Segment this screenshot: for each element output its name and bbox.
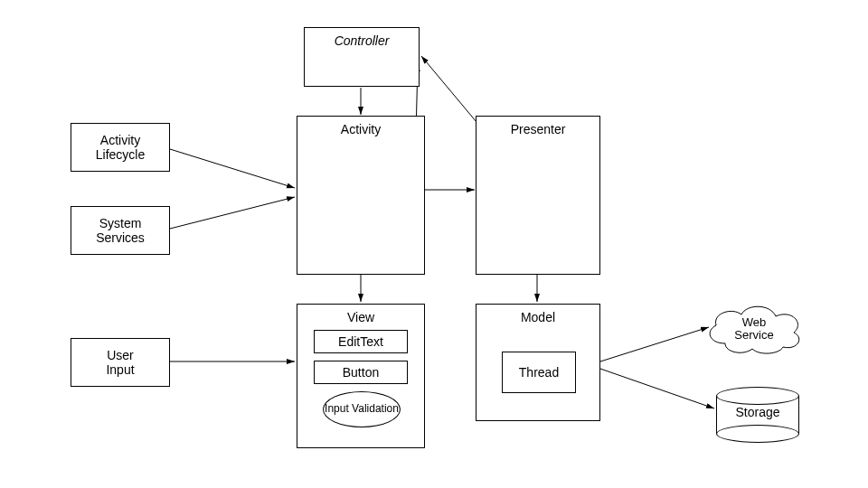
activity-label: Activity bbox=[297, 122, 424, 136]
edittext-label: EditText bbox=[338, 334, 383, 349]
input-validation-ellipse: Input Validation bbox=[323, 391, 401, 427]
edittext-box: EditText bbox=[314, 330, 408, 353]
view-box: View EditText Button Input Validation bbox=[297, 304, 425, 448]
activity-lifecycle-label: Activity Lifecycle bbox=[96, 133, 145, 162]
controller-box: Controller bbox=[304, 27, 420, 87]
storage-label: Storage bbox=[716, 405, 799, 419]
thread-box: Thread bbox=[502, 352, 576, 393]
view-label: View bbox=[297, 310, 424, 324]
svg-line-6 bbox=[170, 197, 295, 229]
model-label: Model bbox=[476, 310, 599, 324]
button-box: Button bbox=[314, 361, 408, 384]
svg-line-9 bbox=[600, 369, 714, 408]
system-services-label: System Services bbox=[96, 216, 145, 245]
svg-line-10 bbox=[421, 56, 481, 127]
system-services-box: System Services bbox=[71, 206, 170, 255]
activity-box: Activity bbox=[297, 116, 425, 275]
controller-label: Controller bbox=[305, 33, 419, 48]
svg-line-8 bbox=[600, 327, 709, 361]
model-box: Model Thread bbox=[476, 304, 600, 421]
thread-label: Thread bbox=[519, 365, 559, 380]
web-service-label: Web Service bbox=[700, 300, 808, 358]
presenter-box: Presenter bbox=[476, 116, 600, 275]
button-label: Button bbox=[343, 365, 379, 380]
svg-line-5 bbox=[170, 149, 295, 188]
architecture-diagram: Controller Activity Presenter View EditT… bbox=[0, 0, 868, 488]
input-validation-label: Input Validation bbox=[325, 403, 399, 415]
user-input-label: User Input bbox=[106, 348, 134, 377]
activity-lifecycle-box: Activity Lifecycle bbox=[71, 123, 170, 172]
presenter-label: Presenter bbox=[476, 122, 599, 136]
user-input-box: User Input bbox=[71, 338, 170, 387]
